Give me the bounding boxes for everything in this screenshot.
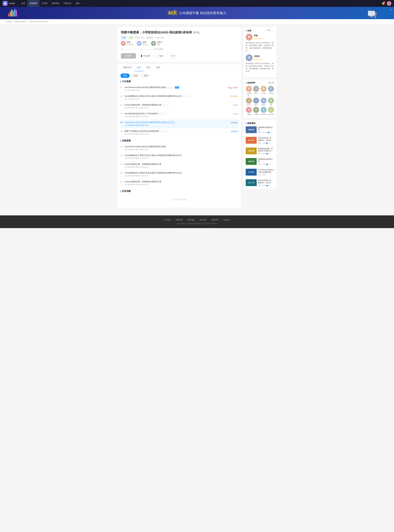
main-container: 明星中教授课，小学阶段语法100分-强化级第1讲动词（一） 直播 录播 246人… [115, 24, 279, 213]
tab-catalog[interactable]: 目录 [134, 64, 144, 71]
lesson-icons-01: ✏ □ ↓ 资料 [167, 86, 179, 89]
download-icon-04[interactable]: ↓ [164, 113, 166, 115]
lesson-status-01: 📊 直播中 [228, 86, 238, 89]
teachers-card: 名师 ‹ 1/10 › › 罗 罗静 ★ ★ ★ [244, 27, 276, 77]
resource-label-01[interactable]: 资料 [175, 86, 179, 89]
lesson-item-03: 03 从Java后端到全栈，高级电商全栈系统大课 ✏ □ ↓ 🕐 [120, 102, 238, 111]
mobile-watch-button[interactable]: 📱 手机观看 [138, 53, 153, 58]
subtab-replay[interactable]: 录播 [131, 73, 140, 78]
rec-course-title-1: 玩转Java开发工具，精通JUC，成为开发多面手 [258, 137, 274, 141]
lesson-info-06: 跟随千万级项目从0到100全过程高效成长 ✏ □ ↓ 🕐 2020/02/26 … [124, 130, 229, 135]
rec-info-5: 玩转Java开发工具，精通JUC，成为开发多面手 讲师：岳田 👥 46 [258, 179, 274, 187]
banner-deco-right [367, 8, 378, 19]
download-icon-03[interactable]: ↓ [167, 104, 170, 106]
teachers-prev-btn[interactable]: ‹ [264, 29, 266, 32]
download-icon-02[interactable]: ↓ [188, 95, 190, 97]
upcoming-item-01: 01 Vue Element+Node.js开发企业通用管理后台系统 🕐 202… [120, 144, 238, 153]
nav-qa[interactable]: 问答社区 [62, 0, 74, 7]
user-avatar[interactable]: 👤 [387, 1, 391, 6]
classmate-name-0: 化学教书... [246, 92, 252, 96]
banner-close-button[interactable]: × [390, 8, 391, 11]
bookmark-icon-05[interactable]: □ [170, 121, 172, 124]
svg-rect-5 [370, 16, 373, 17]
banner-highlight: 30天 [168, 10, 177, 16]
nav-news[interactable]: 新闻资讯 [50, 0, 62, 7]
bookmark-icon-01[interactable]: □ [170, 86, 172, 89]
clock-icon-01: 🕐 [124, 89, 127, 91]
lesson-status-05[interactable]: 查看回放 [231, 121, 238, 124]
footer-recruit[interactable]: 招资纳士 [223, 219, 230, 221]
classmate-avatar-6: 1 [261, 98, 267, 104]
tab-qa[interactable]: 问答 [153, 64, 163, 71]
footer-agency[interactable]: 加盟代理 [176, 219, 183, 221]
classmate-avatar-9: 大 [253, 107, 259, 113]
footer-sitemap[interactable]: 网站地图 [187, 219, 195, 221]
rec-course-1[interactable]: Java JUC 玩转Java开发工具，精通JUC，成为开发多面手 讲师：王峰 … [246, 137, 274, 146]
tab-intro[interactable]: 课程介绍 [120, 64, 134, 71]
download-icon-05[interactable]: ↓ [172, 121, 174, 124]
banner-deco-left [8, 8, 19, 19]
rec-course-0[interactable]: 高级 电商 高级电商全线系统大课 讲师：张小锋 👥 34 [246, 126, 274, 135]
breadcrumb-link-discover[interactable]: 发现课程 [5, 21, 12, 23]
bookmark-icon-06[interactable]: □ [163, 130, 165, 132]
edit-icon-05[interactable]: ✏ [167, 121, 169, 124]
logo[interactable]: 云朵课堂 [3, 1, 15, 6]
tab-review[interactable]: 评论 [144, 64, 153, 71]
rec-course-5[interactable]: Java 工具 玩转Java开发工具，精通JUC，成为开发多面手 讲师：岳田 👥… [246, 179, 274, 187]
course-title: 明星中教授课，小学阶段语法100分-强化级第1讲动词（一） [121, 30, 238, 35]
footer-about[interactable]: 关于我们 [164, 219, 171, 221]
breadcrumb-link-series[interactable]: 新媒体营销系列 [15, 21, 26, 23]
nav-more[interactable]: ··· [82, 0, 88, 7]
subtab-live[interactable]: 直播 [120, 73, 130, 78]
upcoming-item-05: 05 从Java后端到全栈，高级电商全栈系统大课 🕐 2020/02/26 周四… [120, 179, 238, 188]
lesson-status-03: 已结束 [233, 104, 238, 106]
nav-open[interactable]: 公开课 [39, 0, 50, 7]
bar1 [8, 14, 9, 16]
lesson-info-01: Vue Element+Node.js开发企业通用管理后台系统 ✏ □ ↓ 资料… [124, 86, 226, 92]
download-icon-06[interactable]: ↓ [166, 130, 168, 132]
teachers-next-btn[interactable]: › [272, 29, 274, 32]
rec-thumb-5: Java 工具 [246, 179, 257, 186]
rec-course-3[interactable]: 高级 电商 高级电商全线系统大课 讲师：冷峰 👥 40 [246, 158, 274, 167]
teacher-details-1: 凌荷 班主任 [143, 41, 148, 46]
lesson-icons-04: ✏ □ ↓ [159, 113, 166, 115]
bar4 [13, 11, 14, 16]
buy-button[interactable]: 已购买 [121, 53, 136, 58]
edit-icon-02[interactable]: ✏ [182, 95, 185, 97]
edit-icon-03[interactable]: ✏ [162, 104, 164, 106]
nav-discover[interactable]: 发现课程 [27, 0, 39, 7]
teacher-role-0: 主讲老师 [127, 43, 134, 46]
notification-bell[interactable]: 🔔 1 [382, 2, 385, 5]
footer-partner[interactable]: 合作伙伴 [199, 219, 207, 221]
share-button[interactable]: ↗ 分享 [167, 53, 178, 58]
footer-disclaimer[interactable]: 免责声明 [211, 219, 218, 221]
rec-meta-2: 讲师：岳田 👥 56 [258, 153, 274, 155]
bookmark-icon-03[interactable]: □ [165, 104, 167, 106]
edit-icon-06[interactable]: ✏ [160, 130, 162, 132]
classmates-card: 你的同学 ↻ 换一换 化 化学教书... 1 1567** 张 张小田 [244, 79, 276, 118]
rec-course-2[interactable]: 前端 全栈 前端全栈加强版！前端全栈+全周期+多维应用 讲师：岳田 👥 56 [246, 147, 274, 156]
lesson-icons-03: ✏ □ ↓ [162, 104, 170, 106]
svg-rect-4 [369, 12, 374, 15]
rec-course-4[interactable]: Vue Node Vue Element+Node.js开发企业通用管理后台系统… [246, 169, 274, 178]
lesson-title-03: 从Java后端到全栈，高级电商全栈系统大课 ✏ □ ↓ [124, 104, 231, 106]
refresh-button[interactable]: ↻ 换一换 [268, 82, 274, 84]
edit-icon-01[interactable]: ✏ [167, 86, 169, 89]
nav-problems[interactable]: 题库 [74, 0, 82, 7]
edit-icon-04[interactable]: ✏ [159, 113, 161, 115]
lesson-num-03: 03 [120, 104, 124, 106]
lesson-status-06[interactable]: 查看回放 [231, 130, 238, 133]
subtab-offline[interactable]: 面授 [141, 73, 150, 78]
collect-button[interactable]: ☆ 收藏 [155, 53, 165, 58]
bookmark-icon-04[interactable]: □ [161, 113, 163, 115]
classmate-name-1: 1567** [254, 92, 259, 94]
download-icon-01[interactable]: ↓ [172, 86, 174, 89]
bookmark-icon-02[interactable]: □ [185, 95, 187, 97]
teacher-bio-0: 国内某重点大学安全工程专业硕士，国家一级注册消防工程师、注册安全工程师、高级注册… [246, 42, 274, 52]
lesson-title-text-05[interactable]: Vue Element+Node.js开发企业通用管理后台系统 [124, 121, 166, 124]
lesson-num-05: 05 [120, 121, 124, 124]
classmate-6: 1 1867** [260, 98, 267, 106]
classmate-avatar-5: 1 [253, 98, 259, 104]
teacher-big-avatar-1: 宋 [246, 54, 253, 61]
nav-home[interactable]: 首页 [19, 0, 27, 7]
